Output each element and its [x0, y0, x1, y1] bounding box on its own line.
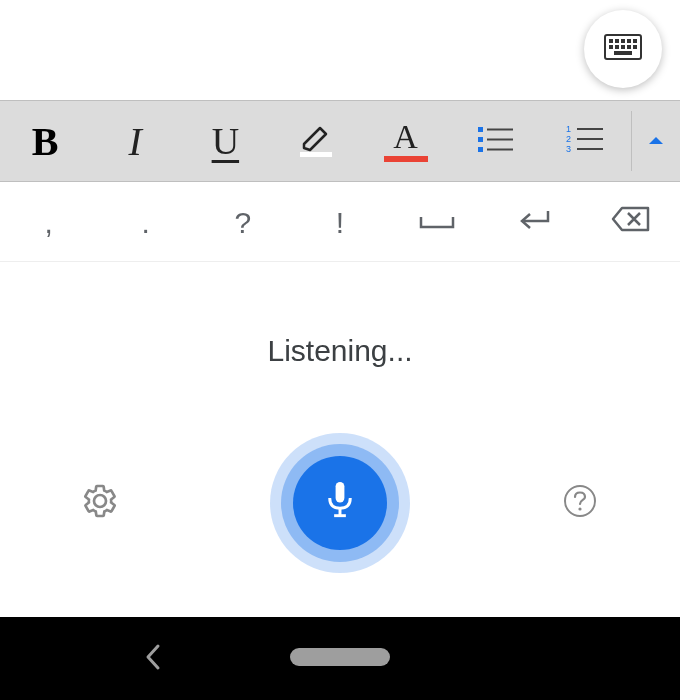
keyboard-icon — [604, 34, 642, 64]
svg-point-29 — [578, 507, 581, 510]
bold-icon: B — [32, 118, 59, 165]
svg-rect-15 — [478, 137, 483, 142]
highlight-button[interactable] — [270, 101, 360, 181]
question-label: ? — [235, 206, 252, 240]
nav-home-button[interactable] — [310, 629, 370, 689]
italic-button[interactable]: I — [90, 101, 180, 181]
period-label: . — [142, 206, 150, 240]
bold-button[interactable]: B — [0, 101, 90, 181]
voice-help-button[interactable] — [562, 483, 598, 523]
svg-rect-10 — [633, 45, 637, 49]
svg-rect-13 — [478, 127, 483, 132]
nav-back-button[interactable] — [123, 629, 183, 689]
chevron-left-icon — [143, 642, 163, 676]
backspace-key[interactable] — [583, 184, 680, 261]
text-color-button[interactable]: A — [361, 101, 451, 181]
exclaim-key[interactable]: ! — [291, 184, 388, 261]
svg-rect-17 — [478, 147, 483, 152]
svg-rect-5 — [633, 39, 637, 43]
svg-text:3: 3 — [566, 144, 571, 154]
svg-rect-6 — [609, 45, 613, 49]
bullet-list-icon — [476, 124, 516, 158]
svg-rect-8 — [621, 45, 625, 49]
svg-rect-1 — [609, 39, 613, 43]
underline-button[interactable]: U — [180, 101, 270, 181]
svg-rect-2 — [615, 39, 619, 43]
app-header — [0, 0, 680, 100]
period-key[interactable]: . — [97, 184, 194, 261]
space-key[interactable] — [389, 184, 486, 261]
punctuation-row: , . ? ! — [0, 184, 680, 262]
svg-rect-4 — [627, 39, 631, 43]
mic-button[interactable] — [270, 433, 410, 573]
comma-label: , — [44, 206, 52, 240]
svg-rect-14 — [487, 129, 513, 131]
highlight-icon — [294, 118, 336, 164]
chevron-up-icon — [647, 132, 665, 150]
numbered-list-button[interactable]: 123 — [541, 101, 631, 181]
svg-rect-18 — [487, 149, 513, 151]
format-toolbar: B I U A 123 — [0, 100, 680, 182]
svg-rect-12 — [300, 152, 332, 157]
svg-rect-7 — [615, 45, 619, 49]
numbered-list-icon: 123 — [566, 124, 606, 158]
backspace-icon — [610, 204, 652, 241]
space-icon — [417, 206, 457, 240]
svg-text:1: 1 — [566, 124, 571, 134]
voice-status-text: Listening... — [0, 334, 680, 368]
return-icon — [514, 206, 554, 240]
svg-rect-3 — [621, 39, 625, 43]
collapse-toolbar-button[interactable] — [632, 101, 680, 181]
help-icon — [562, 505, 598, 522]
gear-icon — [82, 505, 118, 522]
svg-rect-9 — [627, 45, 631, 49]
svg-rect-20 — [577, 128, 603, 130]
voice-settings-button[interactable] — [82, 483, 118, 523]
keyboard-toggle-button[interactable] — [584, 10, 662, 88]
home-pill-icon — [290, 648, 390, 670]
microphone-icon — [322, 479, 358, 527]
exclaim-label: ! — [336, 206, 344, 240]
bullet-list-button[interactable] — [451, 101, 541, 181]
svg-rect-16 — [487, 139, 513, 141]
svg-rect-25 — [336, 482, 345, 503]
comma-key[interactable]: , — [0, 184, 97, 261]
italic-icon: I — [129, 118, 142, 165]
svg-rect-30 — [290, 648, 390, 666]
svg-text:2: 2 — [566, 134, 571, 144]
svg-rect-11 — [614, 51, 632, 55]
underline-icon: U — [212, 119, 239, 163]
svg-rect-24 — [577, 148, 603, 150]
nav-spacer — [497, 629, 557, 689]
svg-rect-22 — [577, 138, 603, 140]
question-key[interactable]: ? — [194, 184, 291, 261]
text-color-icon: A — [384, 120, 428, 162]
android-nav-bar — [0, 617, 680, 700]
voice-input-panel: Listening... — [0, 262, 680, 617]
newline-key[interactable] — [486, 184, 583, 261]
